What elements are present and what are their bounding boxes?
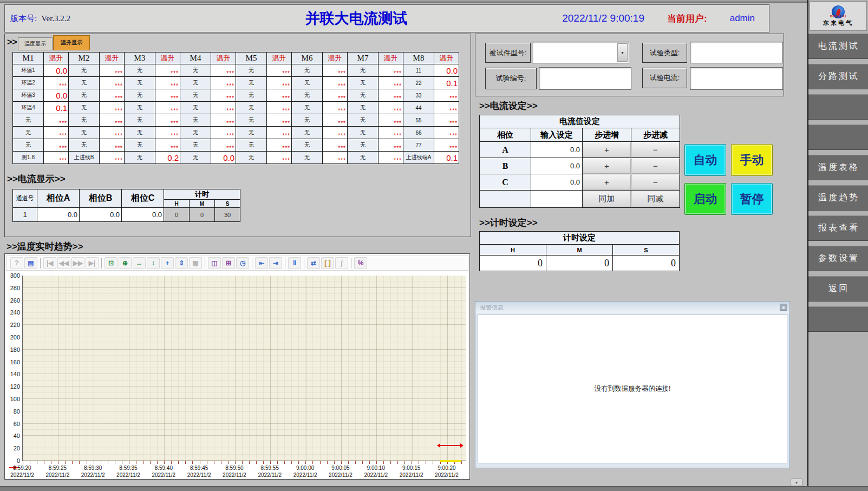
y-axis-tick-label: 80 [6, 408, 20, 415]
x-tick-time: 9:00:00 [286, 464, 324, 472]
sidebar-button-back[interactable]: 返回 [808, 276, 868, 302]
pause-button[interactable]: 暂停 [731, 183, 773, 215]
timer-m-value: 0 [190, 208, 215, 222]
temp-group-header: M7 [348, 53, 378, 64]
current-display-holder: 通道号相位A相位B相位C计时HMS10.00.00.00030 [12, 189, 240, 222]
current-setting-table-title: 电流值设定 [480, 115, 680, 128]
tab-temperature-display[interactable]: 温度显示 [18, 37, 53, 50]
tab-temperature-rise-display[interactable]: 温升显示 [53, 35, 90, 50]
temp-rise-value: 0.0 [434, 64, 459, 77]
timer-setting-heading: >>计时设定>> [479, 217, 538, 229]
temp-rise-value: *** [211, 102, 236, 114]
timer-set-m-input[interactable]: 0 [546, 256, 613, 271]
test-type-field[interactable] [690, 42, 783, 63]
temp-group-header: M3 [125, 53, 155, 64]
scroll-chart-right-icon[interactable]: ⇥ [269, 257, 282, 269]
sidebar-button-temperature-table[interactable]: 温度表格 [808, 155, 868, 180]
temp-point-label: 无 [69, 64, 100, 77]
temp-point-label: 无 [292, 89, 323, 102]
timer-set-s-input[interactable]: 0 [613, 256, 680, 271]
temp-rise-value: *** [378, 102, 403, 114]
alarm-titlebar: 报警信息 ▣ [475, 302, 789, 313]
temp-rise-value: *** [267, 139, 292, 152]
sidebar-button-report-view[interactable]: 报表查看 [808, 215, 868, 241]
pause-refresh-icon[interactable]: ‖ [288, 257, 301, 269]
temp-rise-value: 0.0 [44, 64, 69, 77]
grid-edit-icon[interactable]: ⊞ [222, 257, 235, 269]
auto-button[interactable]: 自动 [684, 144, 726, 176]
datetime-display: 2022/11/2 9:00:19 [562, 12, 644, 24]
step-minus-a-button[interactable]: − [631, 142, 680, 158]
scroll-down-button[interactable]: ▼ [791, 479, 802, 486]
zoom-box-icon[interactable]: ⊡ [105, 257, 118, 269]
header-right: 2022/11/2 9:00:19 当前用户: admin [562, 12, 755, 25]
trend-chart-panel: ?▤|◀◀◀▶▶▶|⊡⊕↔↕+⇕▦◫⊞◷⇤⇥‖⇄[ ]∫% 0204060801… [4, 253, 470, 480]
current-setting-col-header: 步进减 [631, 128, 680, 142]
axis-scale-icon[interactable]: ⇕ [175, 257, 188, 269]
trend-plot[interactable] [22, 276, 466, 461]
scroll-chart-left-icon[interactable]: ⇤ [255, 257, 268, 269]
temp-rise-value: *** [323, 64, 348, 77]
phase-b-current-value: 0.0 [80, 208, 122, 222]
step-plus-c-button[interactable]: + [583, 174, 631, 191]
percent-scale-icon[interactable]: % [354, 257, 367, 269]
step-minus-c-button[interactable]: − [631, 174, 680, 191]
current-display-table: 通道号相位A相位B相位C计时HMS10.00.00.00030 [12, 189, 240, 222]
sidebar-button-temperature-trend[interactable]: 温度趋势 [808, 185, 868, 211]
zoom-horizontal-icon[interactable]: ↔ [133, 257, 146, 269]
temp-point-label: 无 [292, 152, 323, 164]
temp-rise-value: 0.2 [155, 152, 180, 164]
combo-dropdown-button[interactable]: ▼ [617, 43, 628, 62]
temp-point-label: 无 [236, 139, 267, 152]
sidebar-button-current-test[interactable]: 电流测试 [808, 34, 868, 59]
data-cursor-icon[interactable]: ⇄ [307, 257, 320, 269]
temp-point-label: 无 [236, 114, 267, 127]
pan-icon[interactable]: + [161, 257, 174, 269]
step-plus-a-button[interactable]: + [583, 142, 631, 158]
time-range-icon[interactable]: ◷ [236, 257, 249, 269]
temp-rise-value: *** [44, 127, 69, 139]
zoom-vertical-icon[interactable]: ↕ [147, 257, 160, 269]
sidebar-button-branch-test[interactable]: 分路测试 [808, 64, 868, 89]
test-type-input[interactable] [690, 42, 782, 63]
manual-button[interactable]: 手动 [731, 144, 773, 176]
phase-a-set-input[interactable]: 0.0 [531, 142, 583, 158]
all-plus-button[interactable]: 同加 [583, 191, 631, 208]
zoom-in-icon[interactable]: ⊕ [119, 257, 132, 269]
tile-windows-icon[interactable]: ◫ [208, 257, 221, 269]
sidebar-button-empty[interactable] [808, 94, 868, 120]
phase-b-set-input[interactable]: 0.0 [531, 158, 583, 174]
all-phase-set-input[interactable] [531, 191, 583, 208]
phase-c-set-input[interactable]: 0.0 [531, 174, 583, 191]
all-minus-button[interactable]: 同减 [631, 191, 680, 208]
step-plus-b-button[interactable]: + [583, 158, 631, 174]
start-button[interactable]: 启动 [684, 183, 726, 215]
alarm-window: 报警信息 ▣ 没有到数据服务器的连接! [475, 301, 790, 468]
toolbar-separator [351, 258, 351, 269]
test-number-field[interactable] [539, 67, 631, 90]
temp-rise-value: *** [323, 102, 348, 114]
temp-point-label: 无 [292, 77, 323, 89]
test-number-input[interactable] [539, 68, 631, 89]
alarm-close-button[interactable]: ▣ [780, 304, 787, 311]
product-model-combo[interactable]: ▼ [532, 42, 629, 63]
temp-point-label: 测1.8 [13, 152, 44, 164]
alarm-body: 没有到数据服务器的连接! [478, 315, 787, 463]
chart-setup-icon[interactable]: ▤ [24, 257, 37, 269]
temp-rise-value: *** [267, 89, 292, 102]
step-minus-b-button[interactable]: − [631, 158, 680, 174]
timer-set-h-input[interactable]: 0 [480, 256, 546, 271]
sidebar-button-empty[interactable] [808, 306, 868, 332]
temp-point-label: 无 [292, 127, 323, 139]
timer-setting-col-header: H [480, 245, 546, 256]
temp-rise-value: *** [434, 102, 459, 114]
product-model-combo-input[interactable] [532, 42, 629, 63]
sidebar-button-parameter-settings[interactable]: 参数设置 [808, 246, 868, 271]
test-current-input[interactable] [690, 68, 782, 89]
temp-rise-value: *** [211, 77, 236, 89]
test-current-field[interactable] [690, 67, 783, 90]
temp-rise-value: *** [323, 89, 348, 102]
x-tick-date: 2022/11/2 [393, 472, 430, 478]
sidebar-button-empty[interactable] [808, 125, 868, 150]
range-select-icon[interactable]: [ ] [321, 257, 334, 269]
